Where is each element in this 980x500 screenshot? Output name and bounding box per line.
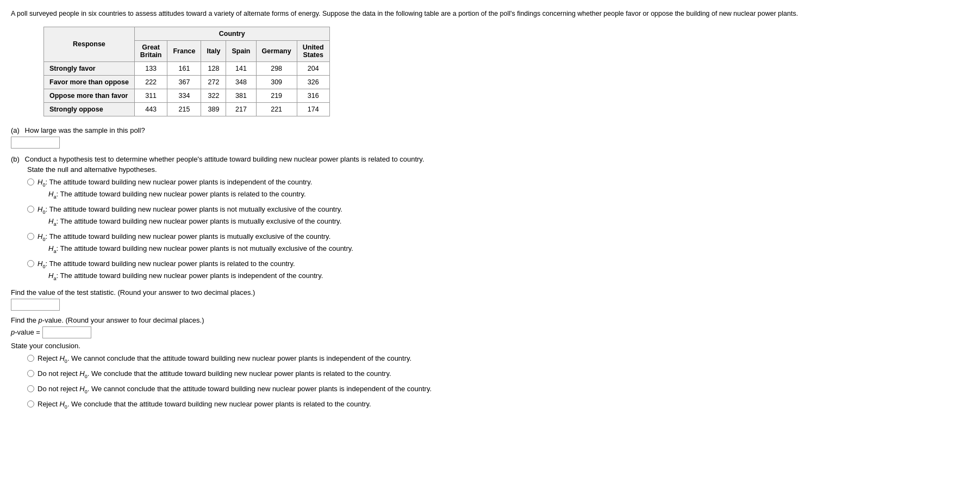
country-group-header: Country bbox=[134, 27, 329, 40]
test-stat-input[interactable] bbox=[11, 299, 60, 311]
response-label: Strongly oppose bbox=[44, 102, 135, 116]
hypothesis-radio-2[interactable] bbox=[27, 206, 34, 213]
part-a-question: (a) How large was the sample in this pol… bbox=[11, 126, 969, 134]
hypothesis-option-2: H0: The attitude toward building new nuc… bbox=[27, 204, 969, 228]
cell: 334 bbox=[167, 89, 201, 102]
table-row: Favor more than oppose 222 367 272 348 3… bbox=[44, 75, 330, 89]
cell: 309 bbox=[256, 75, 297, 89]
hypothesis-option-4: H0: The attitude toward building new nuc… bbox=[27, 258, 969, 282]
conclusion-option-3: Do not reject H0. We cannot conclude tha… bbox=[27, 384, 969, 396]
col-great-britain: GreatBritain bbox=[134, 40, 167, 61]
h0-text-2: H0: The attitude toward building new nuc… bbox=[38, 205, 342, 213]
conclusion-option-1: Reject H0. We cannot conclude that the a… bbox=[27, 353, 969, 365]
cell: 141 bbox=[226, 61, 256, 75]
cell: 311 bbox=[134, 89, 167, 102]
cell: 326 bbox=[297, 75, 329, 89]
cell: 272 bbox=[201, 75, 226, 89]
ha-text-1: Ha: The attitude toward building new nuc… bbox=[48, 189, 312, 201]
response-label: Oppose more than favor bbox=[44, 89, 135, 102]
response-label: Strongly favor bbox=[44, 61, 135, 75]
cell: 316 bbox=[297, 89, 329, 102]
cell: 443 bbox=[134, 102, 167, 116]
data-table: Response Country GreatBritain France Ita… bbox=[43, 27, 330, 116]
state-hypotheses-label: State the null and alternative hypothese… bbox=[27, 165, 969, 174]
pvalue-row: p-value = bbox=[11, 326, 969, 338]
cell: 389 bbox=[201, 102, 226, 116]
conclusion-radio-4[interactable] bbox=[27, 400, 34, 408]
part-a: (a) How large was the sample in this pol… bbox=[11, 126, 969, 149]
cell: 219 bbox=[256, 89, 297, 102]
conclusion-radio-2[interactable] bbox=[27, 370, 34, 377]
part-b-label: (b) bbox=[11, 155, 20, 163]
cell: 217 bbox=[226, 102, 256, 116]
part-a-label: (a) bbox=[11, 126, 20, 134]
conclusion-text-3: Do not reject H0. We cannot conclude tha… bbox=[38, 384, 432, 396]
table-row: Oppose more than favor 311 334 322 381 2… bbox=[44, 89, 330, 102]
conclusion-label: State your conclusion. bbox=[11, 342, 969, 350]
ha-text-4: Ha: The attitude toward building new nuc… bbox=[48, 270, 323, 282]
data-table-container: Response Country GreatBritain France Ita… bbox=[43, 27, 969, 116]
h0-text-3: H0: The attitude toward building new nuc… bbox=[38, 232, 330, 240]
part-b-question: (b) Conduct a hypothesis test to determi… bbox=[11, 155, 969, 163]
pvalue-prefix: p-value = bbox=[11, 328, 40, 336]
conclusion-text-1: Reject H0. We cannot conclude that the a… bbox=[38, 353, 411, 365]
cell: 298 bbox=[256, 61, 297, 75]
hypothesis-radio-3[interactable] bbox=[27, 233, 34, 240]
table-row: Strongly favor 133 161 128 141 298 204 bbox=[44, 61, 330, 75]
col-united-states: UnitedStates bbox=[297, 40, 329, 61]
table-row: Strongly oppose 443 215 389 217 221 174 bbox=[44, 102, 330, 116]
pvalue-label: Find the p-value. (Round your answer to … bbox=[11, 316, 969, 324]
cell: 161 bbox=[167, 61, 201, 75]
part-a-answer-input[interactable] bbox=[11, 137, 60, 149]
response-label: Favor more than oppose bbox=[44, 75, 135, 89]
conclusion-option-2: Do not reject H0. We conclude that the a… bbox=[27, 368, 969, 380]
hypothesis-radio-4[interactable] bbox=[27, 260, 34, 267]
col-france: France bbox=[167, 40, 201, 61]
pvalue-input[interactable] bbox=[42, 326, 91, 338]
cell: 322 bbox=[201, 89, 226, 102]
conclusion-text-4: Reject H0. We conclude that the attitude… bbox=[38, 399, 371, 411]
test-stat-label: Find the value of the test statistic. (R… bbox=[11, 288, 969, 297]
cell: 381 bbox=[226, 89, 256, 102]
conclusion-option-4: Reject H0. We conclude that the attitude… bbox=[27, 399, 969, 411]
conclusion-radio-3[interactable] bbox=[27, 385, 34, 392]
cell: 204 bbox=[297, 61, 329, 75]
cell: 222 bbox=[134, 75, 167, 89]
response-column-header: Response bbox=[44, 27, 135, 61]
cell: 128 bbox=[201, 61, 226, 75]
ha-text-2: Ha: The attitude toward building new nuc… bbox=[48, 216, 342, 228]
col-germany: Germany bbox=[256, 40, 297, 61]
conclusion-radio-1[interactable] bbox=[27, 355, 34, 362]
ha-text-3: Ha: The attitude toward building new nuc… bbox=[48, 243, 353, 255]
cell: 221 bbox=[256, 102, 297, 116]
cell: 174 bbox=[297, 102, 329, 116]
intro-text: A poll surveyed people in six countries … bbox=[11, 9, 969, 19]
col-spain: Spain bbox=[226, 40, 256, 61]
hypothesis-option-1: H0: The attitude toward building new nuc… bbox=[27, 177, 969, 201]
cell: 215 bbox=[167, 102, 201, 116]
hypothesis-radio-1[interactable] bbox=[27, 178, 34, 186]
hypothesis-option-3: H0: The attitude toward building new nuc… bbox=[27, 231, 969, 255]
col-italy: Italy bbox=[201, 40, 226, 61]
h0-text-4: H0: The attitude toward building new nuc… bbox=[38, 260, 295, 268]
h0-text-1: H0: The attitude toward building new nuc… bbox=[38, 178, 312, 186]
cell: 367 bbox=[167, 75, 201, 89]
part-b: (b) Conduct a hypothesis test to determi… bbox=[11, 155, 969, 411]
cell: 348 bbox=[226, 75, 256, 89]
cell: 133 bbox=[134, 61, 167, 75]
conclusion-text-2: Do not reject H0. We conclude that the a… bbox=[38, 368, 391, 380]
